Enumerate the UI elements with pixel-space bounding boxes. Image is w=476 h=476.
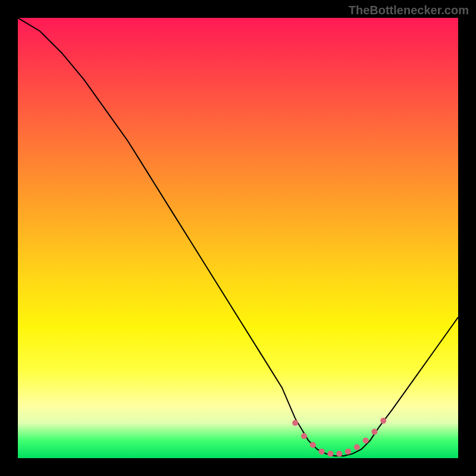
chart-svg — [18, 18, 458, 458]
watermark-text: TheBottlenecker.com — [349, 4, 469, 17]
optimal-marker-dot — [354, 444, 360, 450]
optimal-marker-dot — [363, 437, 369, 443]
bottleneck-curve-line — [18, 18, 458, 456]
optimal-marker-dot — [336, 451, 342, 457]
chart-plot-area — [18, 18, 458, 458]
optimal-marker-dot — [301, 433, 307, 439]
optimal-marker-dot — [380, 418, 386, 424]
optimal-marker-dot — [319, 449, 325, 455]
optimal-marker-dot — [327, 451, 333, 457]
optimal-marker-dot — [310, 442, 316, 448]
optimal-marker-dot — [345, 449, 351, 455]
optimal-marker-dot — [371, 429, 377, 435]
optimal-marker-dot — [292, 420, 298, 426]
